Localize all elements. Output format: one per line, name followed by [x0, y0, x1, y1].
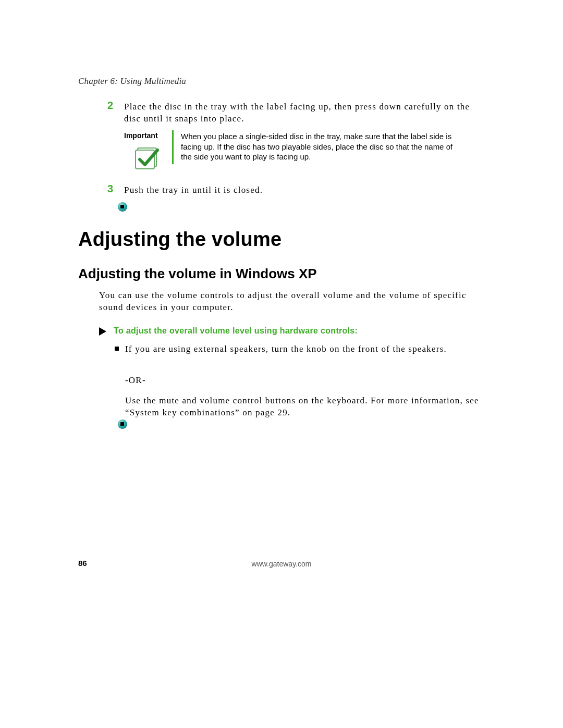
- step-2: 2 Place the disc in the tray with the la…: [118, 101, 485, 125]
- procedure-title: To adjust the overall volume level using…: [114, 326, 358, 336]
- end-procedure-icon: [118, 419, 127, 429]
- step-number: 3: [107, 183, 113, 195]
- important-note: Important When you place a single-sided …: [124, 130, 484, 164]
- bullet-text: If you are using external speakers, turn…: [125, 343, 485, 355]
- step-text: Place the disc in the tray with the labe…: [124, 101, 485, 125]
- important-text: When you place a single-sided disc in th…: [172, 130, 457, 164]
- intro-paragraph: You can use the volume controls to adjus…: [99, 290, 485, 314]
- end-procedure-icon: [118, 202, 127, 212]
- step-text: Push the tray in until it is closed.: [124, 184, 485, 196]
- manual-page: Chapter 6: Using Multimedia 2 Place the …: [0, 0, 563, 728]
- important-label: Important: [124, 130, 170, 140]
- or-text: -OR-: [125, 375, 146, 386]
- heading-1: Adjusting the volume: [78, 228, 282, 251]
- step-3: 3 Push the tray in until it is closed.: [118, 184, 485, 196]
- step-number: 2: [107, 100, 113, 112]
- footer-url: www.gateway.com: [0, 560, 563, 568]
- chapter-header: Chapter 6: Using Multimedia: [78, 76, 186, 87]
- bullet-icon: [115, 347, 119, 351]
- bullet-text: Use the mute and volume control buttons …: [125, 395, 485, 419]
- heading-2: Adjusting the volume in Windows XP: [78, 266, 317, 282]
- play-arrow-icon: [99, 327, 106, 336]
- checkmark-icon: [134, 146, 160, 171]
